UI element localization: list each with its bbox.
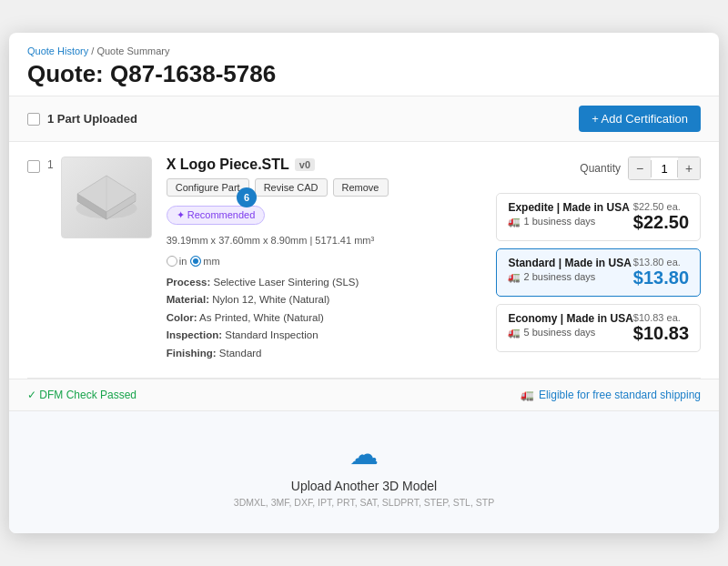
upload-cloud-icon: ☁: [27, 437, 701, 471]
part-number: 1: [47, 158, 54, 171]
quantity-decrease-button[interactable]: −: [629, 157, 651, 179]
price-standard-left: Standard | Made in USA 🚛 2 business days: [508, 257, 631, 283]
shipping-label: Eligible for free standard shipping: [539, 389, 701, 401]
quantity-increase-button[interactable]: +: [678, 157, 700, 179]
upload-formats: 3DMXL, 3MF, DXF, IPT, PRT, SAT, SLDPRT, …: [27, 497, 701, 508]
price-option-expedite-header: Expedite | Made in USA 🚛 1 business days…: [508, 201, 689, 233]
price-option-standard[interactable]: Standard | Made in USA 🚛 2 business days…: [496, 248, 701, 297]
part-actions: Configure Part Revise CAD Remove: [167, 178, 482, 197]
shipping-icon: 🚛: [521, 389, 534, 401]
quantity-row: Quantity − +: [496, 157, 701, 180]
spec-material-label: Material:: [167, 294, 209, 305]
part-row: 1: [27, 142, 701, 378]
part-name-row: X Logo Piece.STL v0: [167, 157, 482, 173]
spec-process: Process: Selective Laser Sintering (SLS): [167, 274, 482, 292]
select-all-checkbox[interactable]: [27, 113, 40, 126]
upload-area[interactable]: ☁ Upload Another 3D Model 3DMXL, 3MF, DX…: [9, 410, 719, 533]
price-option-expedite[interactable]: Expedite | Made in USA 🚛 1 business days…: [496, 193, 701, 241]
spec-process-value: Selective Laser Sintering (SLS): [213, 277, 359, 288]
part-count-label: 1 Part Uploaded: [47, 112, 137, 126]
recommended-label: ✦ Recommended: [177, 209, 256, 221]
spec-color: Color: As Printed, White (Natural): [167, 309, 482, 328]
main-content: 1: [9, 142, 719, 378]
page-title: Quote: Q87-1638-5786: [27, 60, 701, 88]
breadcrumb-parent[interactable]: Quote History: [27, 45, 88, 56]
part-filename: X Logo Piece.STL: [167, 157, 289, 173]
part-checkbox[interactable]: [27, 160, 40, 173]
price-standard-right: $13.80 ea. $13.80: [633, 257, 689, 288]
spec-process-label: Process:: [167, 277, 211, 288]
remove-button[interactable]: Remove: [333, 178, 389, 197]
price-expedite-delivery: 🚛 1 business days: [508, 216, 629, 227]
price-expedite-right: $22.50 ea. $22.50: [633, 201, 689, 233]
quantity-input[interactable]: [651, 160, 678, 177]
price-standard-ea: $13.80 ea.: [633, 257, 689, 268]
price-economy-delivery: 🚛 5 business days: [508, 327, 632, 339]
unit-inch-option[interactable]: in: [167, 253, 187, 270]
spec-color-value: As Printed, White (Natural): [199, 312, 324, 323]
price-economy-label: Economy | Made in USA: [508, 312, 632, 325]
part-count-row: 1 Part Uploaded: [27, 112, 137, 126]
price-option-economy[interactable]: Economy | Made in USA 🚛 5 business days …: [496, 304, 701, 352]
spec-inspection: Inspection: Standard Inspection: [167, 327, 482, 345]
quantity-label: Quantity: [580, 162, 621, 175]
breadcrumb-current: Quote Summary: [96, 45, 169, 56]
dfm-check-label: ✓ DFM Check Passed: [27, 389, 136, 401]
unit-mm-label: mm: [203, 253, 219, 270]
part-thumbnail: [61, 157, 152, 238]
unit-mm-radio[interactable]: [190, 256, 201, 267]
price-economy-right: $10.83 ea. $10.83: [633, 312, 689, 344]
bottom-bar: ✓ DFM Check Passed 🚛 Eligible for free s…: [9, 379, 719, 410]
revise-cad-button[interactable]: Revise CAD: [255, 178, 328, 197]
price-option-standard-header: Standard | Made in USA 🚛 2 business days…: [508, 257, 689, 288]
price-economy-ea: $10.83 ea.: [633, 312, 689, 323]
toolbar: 1 Part Uploaded + Add Certification: [9, 96, 719, 142]
measurement-value: 39.19mm x 37.60mm x 8.90mm | 5171.41 mm³: [167, 235, 374, 246]
upload-title: Upload Another 3D Model: [27, 479, 701, 493]
spec-finishing-value: Standard: [219, 348, 262, 359]
recommended-badge: ✦ Recommended: [167, 206, 266, 225]
dfm-check: ✓ DFM Check Passed: [27, 389, 136, 401]
breadcrumb: Quote History / Quote Summary: [27, 45, 701, 56]
spec-inspection-label: Inspection:: [167, 329, 222, 340]
price-expedite-left: Expedite | Made in USA 🚛 1 business days: [508, 201, 629, 227]
version-badge: v0: [295, 158, 315, 171]
pricing-panel: Quantity − + Expedite | Made in USA �: [496, 157, 701, 362]
part-left: 1: [27, 157, 152, 362]
measurement: 39.19mm x 37.60mm x 8.90mm | 5171.41 mm³…: [167, 232, 482, 269]
unit-inch-radio[interactable]: [167, 256, 177, 267]
price-option-economy-header: Economy | Made in USA 🚛 5 business days …: [508, 312, 689, 344]
price-economy-left: Economy | Made in USA 🚛 5 business days: [508, 312, 632, 339]
price-economy-total: $10.83: [633, 323, 689, 344]
price-standard-label: Standard | Made in USA: [508, 257, 631, 269]
unit-mm-option[interactable]: mm: [190, 253, 219, 270]
unit-toggle: in mm: [167, 253, 482, 270]
price-standard-total: $13.80: [633, 268, 689, 288]
spec-finishing-label: Finishing:: [167, 348, 217, 359]
quantity-controls: − +: [628, 157, 701, 180]
spec-finishing: Finishing: Standard: [167, 345, 482, 363]
price-expedite-total: $22.50: [633, 212, 689, 233]
spec-inspection-value: Standard Inspection: [225, 329, 318, 340]
price-expedite-ea: $22.50 ea.: [633, 201, 689, 212]
specs: 39.19mm x 37.60mm x 8.90mm | 5171.41 mm³…: [167, 232, 482, 362]
add-certification-button[interactable]: + Add Certification: [579, 106, 701, 132]
price-expedite-label: Expedite | Made in USA: [508, 201, 629, 214]
shipping-eligible: 🚛 Eligible for free standard shipping: [521, 389, 701, 401]
part-details: X Logo Piece.STL v0 Configure Part Revis…: [167, 157, 482, 362]
unit-inch-label: in: [179, 253, 187, 270]
price-standard-delivery: 🚛 2 business days: [508, 271, 631, 283]
spec-color-label: Color:: [167, 312, 197, 323]
spec-material-value: Nylon 12, White (Natural): [212, 294, 329, 305]
spec-material: Material: Nylon 12, White (Natural): [167, 291, 482, 309]
